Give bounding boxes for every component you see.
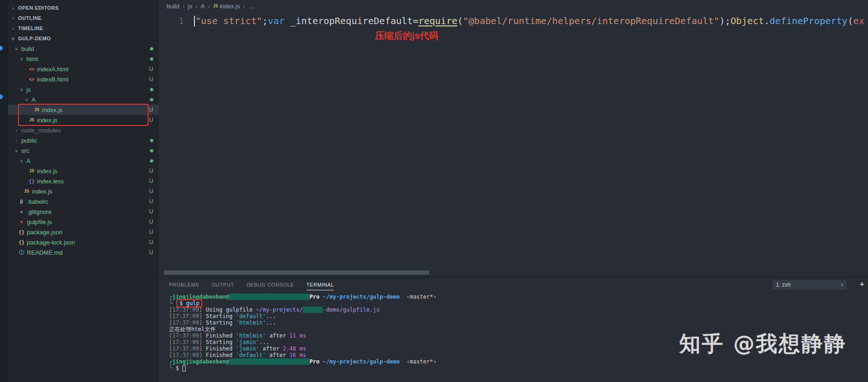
modified-dot [150,57,153,61]
sidebar-section-open-editors[interactable]: ›OPEN EDITORS [8,3,159,13]
breadcrumb-item-index-js[interactable]: JSindex.js [213,3,240,10]
breadcrumb-item--[interactable]: ... [249,3,254,10]
code-line[interactable]: 1 "use strict";var _interopRequireDefaul… [159,14,868,28]
untracked-badge: U [149,188,153,194]
terminal-text: 'htmlmin' [236,319,266,326]
terminal-line: ┌jingjingdabenben@ Pro ~/my-projects/gul… [169,358,868,365]
tree-item-package-lock-json[interactable]: {}package-lock.jsonU [8,237,159,247]
panel-tab-problems[interactable]: PROBLEMS [169,279,199,290]
sidebar-section-outline[interactable]: ›OUTLINE [8,13,159,23]
untracked-badge: U [149,208,153,215]
tree-item--babelrc[interactable]: β.babelrcU [8,196,159,207]
git-decoration: U [149,117,159,123]
tree-item-label: A [31,96,36,103]
horizontal-scrollbar[interactable] [164,270,429,275]
editor-group: build›js›A›JSindex.js›... 1 "use strict"… [159,0,868,382]
tree-item-build[interactable]: ∨build [8,44,159,54]
vscode-window: ›OPEN EDITORS›OUTLINE›TIMELINE∨GULP-DEMO… [0,0,868,382]
tree-item-src[interactable]: ∨src [8,145,159,156]
terminal-text: ‹master*› [400,294,437,300]
editor-cursor [194,16,195,26]
breadcrumb-separator: › [243,3,245,10]
code-token: _interopRequireDefault [285,15,413,26]
panel-tab-debug-console[interactable]: DEBUG CONSOLE [246,279,293,290]
chevron-down-icon: ∨ [19,158,25,163]
sidebar-section-timeline[interactable]: ›TIMELINE [8,23,159,33]
terminal-text: Using gulpfile [202,307,256,313]
terminal-text: Finished [202,352,236,358]
editor-area[interactable]: build›js›A›JSindex.js›... 1 "use strict"… [159,0,868,277]
code-token: = [413,15,418,26]
new-terminal-button[interactable]: + [860,280,864,289]
terminal-text: 'jsmin' [236,345,260,352]
terminal-text: ... [266,313,276,319]
tree-item-a[interactable]: ∨A [8,94,159,105]
tree-item-indexa-html[interactable]: <>indexA.htmlU [8,64,159,74]
untracked-badge: U [149,219,153,225]
gulp-file-icon: ▼ [18,219,25,225]
code-token: ; [262,15,268,26]
git-decoration: U [149,168,159,174]
code-token: ( [457,15,463,26]
tree-item-index-less[interactable]: {}index.lessU [8,176,159,186]
tree-item-js[interactable]: ∨js [8,84,159,94]
tree-item-a[interactable]: ∨A [8,156,159,166]
less-file-icon: {} [28,178,35,184]
breadcrumb-item-build[interactable]: build [167,3,179,10]
terminal-text: -demo/gulpfile.js [323,307,380,313]
modified-dot [150,98,153,101]
terminal-text: 'jsmin' [236,339,260,345]
watermark: 知乎 @我想静静 [679,330,847,358]
terminal-text: ~/my-projects/gulp-demo [319,358,400,365]
breadcrumb-item-js[interactable]: js [188,3,192,10]
tree-item-readme-md[interactable]: ⓘREADME.mdU [8,247,159,257]
terminal-line: [17:37:09] Starting 'default'... [169,313,868,319]
shell-selector[interactable]: 1: zsh ∨ [772,279,848,290]
tree-item-indexb-html[interactable]: <>indexB.htmlU [8,74,159,84]
untracked-badge: U [149,106,153,113]
breadcrumb-item-a[interactable]: A [201,3,205,10]
git-decoration: U [149,188,159,194]
chevron-right-icon: › [10,6,16,11]
tree-item-gulpfile-js[interactable]: ▼gulpfile.jsU [8,217,159,227]
terminal-text: after [266,352,290,358]
js-file-icon: JS [23,189,30,194]
tree-item-index-js[interactable]: JSindex.jsU [8,166,159,176]
chevron-down-icon: ∨ [19,87,25,92]
tree-item-label: index.js [37,117,57,124]
terminal-text: [17:37:09] [169,319,202,326]
untracked-badge: U [149,249,153,256]
section-label: OPEN EDITORS [18,5,59,11]
code-line-content: "use strict";var _interopRequireDefault=… [195,15,864,26]
file-tree: ∨build∨html<>indexA.htmlU<>indexB.htmlU∨… [8,44,159,257]
tree-item-package-json[interactable]: {}package.jsonU [8,227,159,237]
tree-item-label: index.js [32,188,52,195]
terminal-text: ~/my-projects/ [256,307,303,313]
untracked-badge: U [149,239,153,245]
git-decoration: U [149,198,159,205]
tree-item--gitignore[interactable]: ◆.gitignoreU [8,207,159,217]
tree-item-html[interactable]: ∨html [8,54,159,64]
git-decoration: U [149,66,159,72]
terminal-text: └ [169,365,175,371]
untracked-badge: U [149,178,153,184]
tree-item-index-js[interactable]: JSindex.jsU [8,105,159,115]
terminal-text: [17:37:09] [169,352,202,358]
terminal-text: Finished [202,332,236,339]
section-label: TIMELINE [18,25,44,31]
modified-dot [150,88,153,91]
activity-bar[interactable] [0,0,8,382]
tree-item-public[interactable]: ›public [8,135,159,145]
tree-item-index-js[interactable]: JSindex.jsU [8,115,159,125]
panel-tab-terminal[interactable]: TERMINAL [306,279,334,290]
chevron-down-icon: ∨ [13,46,19,51]
html-file-icon: <> [28,67,35,72]
tree-item-index-js[interactable]: JSindex.jsU [8,186,159,196]
terminal-text: ‹master*› [400,358,437,365]
tree-item-label: html [26,56,38,63]
tree-item-node-modules[interactable]: ›node_modules [8,125,159,135]
untracked-badge: U [149,168,153,174]
sidebar-section-gulp-demo[interactable]: ∨GULP-DEMO [8,33,159,44]
panel-tab-output[interactable]: OUTPUT [212,279,234,290]
untracked-badge: U [149,229,153,235]
